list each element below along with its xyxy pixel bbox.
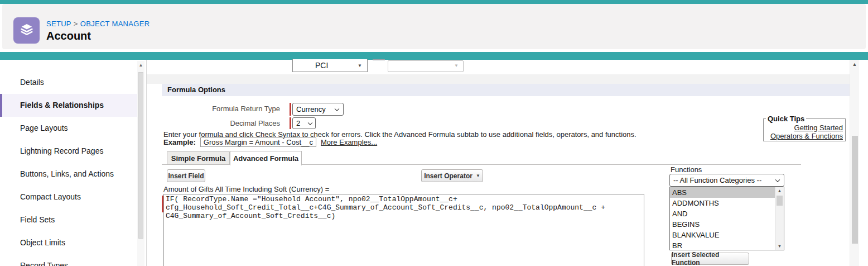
decimal-places-select[interactable]: 2: [292, 117, 316, 129]
sidebar-item-lightning-record-pages[interactable]: Lightning Record Pages: [0, 140, 137, 163]
decimal-places-label: Decimal Places: [162, 119, 280, 127]
example-label: Example:: [163, 138, 196, 146]
function-category-value: -- All Function Categories --: [673, 176, 761, 184]
decimal-places-value: 2: [296, 119, 300, 127]
layers-icon: [19, 22, 35, 40]
example-row: Example: Gross Margin = Amount - Cost__c…: [163, 137, 377, 147]
scroll-down-icon[interactable]: ▼: [775, 244, 784, 249]
scroll-up-icon[interactable]: ▲: [775, 188, 784, 193]
function-list-scrollbar-thumb[interactable]: [777, 196, 783, 206]
function-list-scrollbar[interactable]: ▲ ▼: [775, 187, 784, 250]
function-option-addmonths[interactable]: ADDMONTHS: [670, 198, 775, 208]
sidebar-item-field-sets[interactable]: Field Sets: [0, 208, 137, 231]
page-title: Account: [46, 30, 91, 42]
getting-started-link[interactable]: Getting Started: [765, 124, 844, 132]
function-option-blankvalue[interactable]: BLANKVALUE: [670, 230, 775, 240]
formula-textarea[interactable]: IF( RecordType.Name ="Household Account"…: [163, 194, 644, 266]
tab-advanced-formula[interactable]: Advanced Formula: [230, 151, 302, 165]
dropdown-arrow-icon: ▼: [358, 63, 362, 68]
function-option-abs[interactable]: ABS: [670, 187, 775, 198]
page-scrollbar[interactable]: ▲: [850, 60, 859, 266]
sidebar-item-record-types[interactable]: Record Types: [0, 254, 137, 266]
breadcrumb-separator: >: [74, 20, 78, 28]
chevron-down-icon: [308, 120, 312, 125]
sidebar-scrollbar-thumb[interactable]: [138, 72, 143, 239]
example-formula: Gross Margin = Amount - Cost__c: [200, 137, 316, 147]
formula-field-label: Amount of Gifts All Time Including Soft …: [163, 185, 329, 193]
field-type-value: PCI: [315, 61, 328, 70]
sidebar-item-page-layouts[interactable]: Page Layouts: [0, 117, 137, 140]
field-type-select[interactable]: PCI ▼: [292, 59, 368, 72]
disabled-select[interactable]: ▼: [388, 60, 464, 72]
object-icon: [13, 17, 40, 44]
required-bar: [290, 117, 291, 129]
required-bar: [290, 103, 291, 116]
object-manager-sidebar: Details Fields & Relationships Page Layo…: [0, 60, 147, 266]
sidebar-item-fields-relationships[interactable]: Fields & Relationships: [0, 94, 137, 117]
chevron-down-icon: [775, 177, 780, 182]
cutoff-element-edge: [373, 59, 385, 60]
function-option-begins[interactable]: BEGINS: [670, 219, 775, 230]
insert-operator-button[interactable]: Insert Operator ▼: [421, 169, 483, 182]
breadcrumb-setup-link[interactable]: SETUP: [46, 20, 71, 28]
section-separator-band: [147, 74, 850, 84]
dropdown-arrow-icon: ▼: [476, 173, 480, 178]
page: SETUP>OBJECT MANAGER Account Details Fie…: [0, 0, 868, 266]
sidebar-item-object-limits[interactable]: Object Limits: [0, 231, 137, 254]
dropdown-arrow-icon: ▼: [454, 63, 459, 68]
breadcrumb: SETUP>OBJECT MANAGER: [46, 20, 150, 28]
teal-divider-bar: [0, 52, 868, 60]
formula-return-type-label: Formula Return Type: [162, 104, 280, 113]
quick-tips-title: Quick Tips: [766, 115, 806, 123]
tab-simple-formula[interactable]: Simple Formula: [167, 151, 230, 165]
formula-return-type-select[interactable]: Currency: [292, 103, 344, 116]
formula-options-section-header: Formula Options: [162, 84, 855, 96]
function-category-select[interactable]: -- All Function Categories --: [669, 174, 784, 187]
insert-field-label: Insert Field: [168, 172, 204, 180]
insert-operator-label: Insert Operator: [424, 172, 472, 180]
functions-label: Functions: [671, 165, 702, 174]
page-header: SETUP>OBJECT MANAGER Account: [2, 4, 866, 49]
function-option-and[interactable]: AND: [670, 208, 775, 219]
formula-return-type-value: Currency: [296, 105, 326, 113]
sidebar-item-compact-layouts[interactable]: Compact Layouts: [0, 186, 137, 208]
quick-tips-box: Quick Tips Getting Started Operators & F…: [763, 115, 846, 141]
insert-field-button[interactable]: Insert Field: [167, 169, 205, 182]
scroll-up-icon[interactable]: ▲: [850, 61, 859, 67]
page-scrollbar-thumb[interactable]: [852, 136, 858, 244]
function-option-br[interactable]: BR: [670, 240, 775, 250]
insert-selected-function-button[interactable]: Insert Selected Function: [671, 253, 749, 265]
sidebar-nav: Details Fields & Relationships Page Layo…: [0, 71, 137, 266]
function-listbox: ABS ADDMONTHS AND BEGINS BLANKVALUE BR ▲…: [669, 187, 784, 250]
more-examples-link[interactable]: More Examples...: [321, 138, 377, 146]
sidebar-item-details[interactable]: Details: [0, 71, 137, 94]
insert-selected-function-label: Insert Selected Function: [672, 251, 749, 266]
sidebar-item-buttons-links-actions[interactable]: Buttons, Links, and Actions: [0, 163, 137, 186]
breadcrumb-object-manager-link[interactable]: OBJECT MANAGER: [80, 20, 150, 28]
chevron-down-icon: [335, 106, 339, 111]
top-accent-bar: [0, 0, 868, 4]
sidebar-scrollbar[interactable]: ▲: [137, 61, 144, 266]
scroll-up-icon[interactable]: ▲: [137, 63, 144, 68]
operators-functions-link[interactable]: Operators & Functions: [765, 132, 844, 140]
